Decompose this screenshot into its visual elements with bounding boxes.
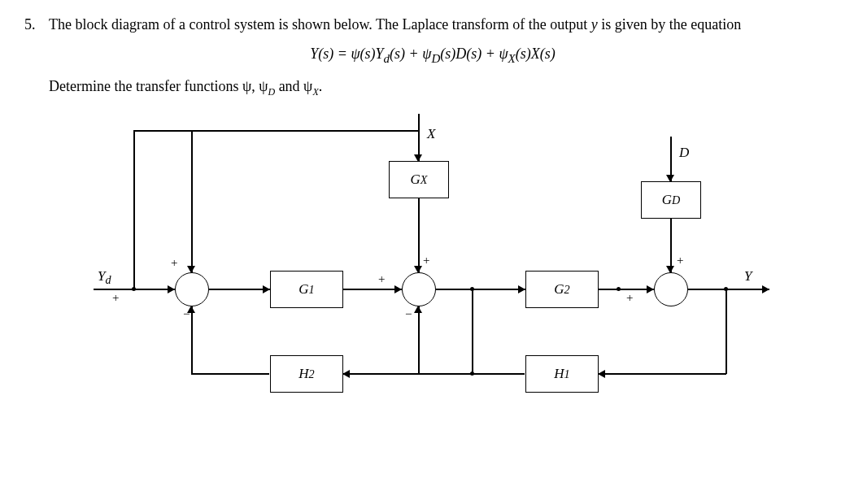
sign-plus-sj2-left: +: [378, 272, 385, 286]
line-gd-sj3: [670, 219, 672, 272]
label-y: Y: [744, 268, 752, 285]
line-gx-sj2: [418, 198, 420, 272]
arrow-gd-sj3: [666, 266, 674, 273]
arrow-ff-sj1: [187, 266, 195, 273]
line-y-down: [726, 289, 727, 374]
block-g1: G1: [270, 271, 343, 308]
q-text-3: Determine the transfer functions ψ, ψ: [49, 78, 268, 94]
q-text-2: is given by the equation: [598, 16, 741, 33]
question-body: The block diagram of a control system is…: [49, 16, 817, 98]
sub-x: X: [312, 85, 318, 97]
line-ff-down-sj1: [191, 130, 193, 272]
line-sj1-g1: [209, 289, 270, 290]
block-g2: G2: [525, 271, 599, 308]
line-sj2-g2: [436, 289, 525, 290]
sign-plus-sj3-left: +: [626, 291, 633, 305]
line-y-to-h1: [598, 373, 726, 375]
label-x: X: [427, 126, 435, 142]
sign-plus-sj3-top: +: [677, 254, 683, 267]
sub-d: D: [268, 85, 275, 97]
arrow-g2-sj3: [647, 285, 654, 293]
arrow-to-h2: [342, 370, 350, 378]
q-text-3-mid: and ψ: [275, 78, 312, 94]
arrow-g1-sj2: [394, 285, 402, 293]
question-number: 5.: [24, 16, 49, 33]
question-text: 5. The block diagram of a control system…: [24, 16, 817, 98]
block-h2: H2: [270, 355, 343, 393]
block-gx: GX: [389, 161, 449, 198]
sign-minus-sj2: −: [405, 307, 412, 321]
arrow-yd: [168, 285, 175, 293]
line-node-down-h2-branch: [472, 289, 473, 373]
node-g2-split: [617, 287, 621, 291]
var-y: y: [591, 16, 598, 33]
label-yd: Yd: [98, 268, 111, 287]
main-equation: Y(s) = ψ(s)Yd(s) + ψD(s)D(s) + ψX(s)X(s): [49, 46, 817, 66]
line-g1-sj2: [343, 289, 402, 290]
line-ff-up: [133, 130, 135, 289]
q-text-3-end: .: [319, 78, 323, 94]
line-sj3-y: [688, 289, 769, 290]
sign-plus-yd: +: [112, 291, 119, 305]
sign-plus-sj1-top: +: [171, 256, 177, 270]
line-h1-up: [418, 306, 420, 374]
block-gd: GD: [641, 181, 701, 219]
summing-junction-3: [654, 272, 688, 306]
arrow-h1-sj2: [414, 306, 422, 313]
arrow-to-h1: [598, 370, 605, 378]
arrow-gx-sj2: [414, 266, 422, 273]
label-d: D: [679, 145, 689, 161]
line-to-h2: [342, 373, 473, 375]
block-h1: H1: [525, 355, 599, 393]
q-text-1: The block diagram of a control system is…: [49, 16, 591, 33]
summing-junction-1: [175, 272, 209, 306]
sign-plus-sj2-top: +: [423, 254, 429, 267]
block-diagram: Yd + + − G1 + + − X GX G2 + + D: [57, 114, 789, 423]
line-ff-branch: [133, 130, 192, 132]
summing-junction-2: [402, 272, 436, 306]
line-h2-left: [191, 373, 269, 375]
arrow-sj2-g2: [518, 285, 525, 293]
arrow-sj1-g1: [263, 285, 270, 293]
arrow-h2-sj1: [187, 306, 195, 313]
arrow-y-out: [762, 285, 769, 293]
line-h2-up: [191, 306, 193, 374]
line-g2-sj3: [599, 289, 654, 290]
